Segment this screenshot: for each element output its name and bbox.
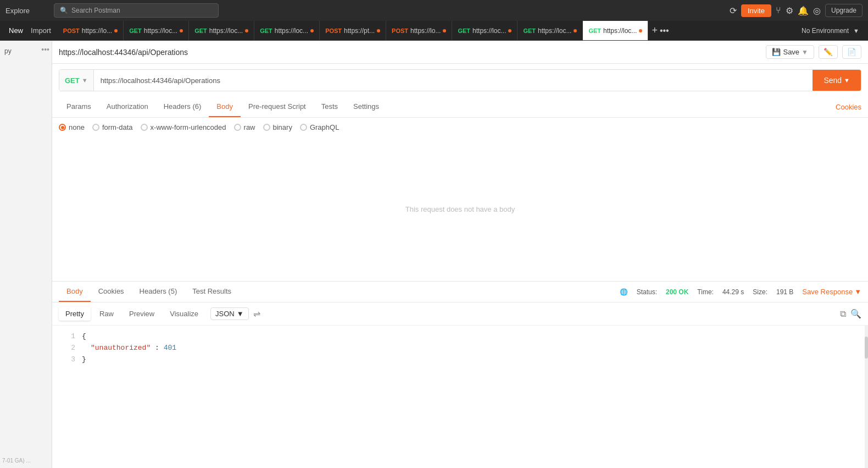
- send-button[interactable]: Send ▼: [813, 70, 861, 91]
- send-label: Send: [824, 76, 842, 85]
- tab-url-3: https://loc...: [275, 27, 308, 35]
- tab-method-4: POST: [325, 27, 342, 34]
- tab-5[interactable]: POST https://lo...: [386, 21, 452, 41]
- request-header: https://localhost:44346/api/Operations 💾…: [52, 41, 868, 64]
- tab-2[interactable]: GET https://loc...: [189, 21, 254, 41]
- method-select[interactable]: GET ▼: [59, 70, 94, 91]
- git-icon[interactable]: ⑂: [776, 5, 781, 15]
- tab-dot-6: [508, 29, 511, 32]
- response-scrollbar[interactable]: [865, 326, 868, 468]
- resp-tab-headers[interactable]: Headers (5): [132, 282, 185, 302]
- save-response-button[interactable]: Save Response ▼: [802, 288, 861, 296]
- option-form-data[interactable]: form-data: [92, 123, 133, 131]
- save-icon: 💾: [772, 48, 781, 56]
- method-label: GET: [65, 76, 80, 85]
- tab-4[interactable]: POST https://pt...: [320, 21, 386, 41]
- format-tab-visualize[interactable]: Visualize: [163, 307, 205, 321]
- bell-icon[interactable]: 🔔: [798, 5, 809, 16]
- tab-body[interactable]: Body: [209, 97, 241, 117]
- invite-button[interactable]: Invite: [741, 4, 771, 17]
- format-tab-pretty[interactable]: Pretty: [59, 307, 91, 321]
- tab-url-0: https://lo...: [82, 27, 112, 35]
- tab-dot-8: [639, 29, 642, 32]
- wrap-icon[interactable]: ⇌: [253, 309, 260, 319]
- tab-url-6: https://loc...: [472, 27, 506, 35]
- radio-graphql: [300, 124, 307, 131]
- tab-authorization[interactable]: Authorization: [99, 97, 156, 117]
- edit-button[interactable]: ✏️: [819, 45, 838, 59]
- tab-dot-4: [377, 29, 380, 32]
- resp-tab-cookies[interactable]: Cookies: [91, 282, 132, 302]
- tab-headers[interactable]: Headers (6): [156, 97, 209, 117]
- new-button[interactable]: New: [5, 24, 26, 37]
- tab-url-7: https://loc...: [538, 27, 571, 35]
- tab-method-0: POST: [63, 27, 80, 34]
- tab-8-active[interactable]: GET https://loc...: [583, 21, 648, 41]
- format-tab-raw[interactable]: Raw: [93, 307, 120, 321]
- tab-method-5: POST: [392, 27, 408, 34]
- tab-params[interactable]: Params: [59, 97, 99, 117]
- doc-button[interactable]: 📄: [842, 45, 861, 59]
- time-label: Time:: [697, 288, 714, 296]
- resp-status-area: 🌐 Status: 200 OK Time: 44.29 s Size: 191…: [620, 288, 861, 296]
- response-body-wrapper: 1 { 2 "unauthorized" : 401 3 }: [52, 326, 868, 468]
- tab-method-3: GET: [260, 27, 272, 34]
- radio-none: [59, 124, 66, 131]
- runner-icon[interactable]: ◎: [813, 5, 821, 16]
- cookies-link[interactable]: Cookies: [836, 103, 861, 111]
- option-none[interactable]: none: [59, 123, 85, 131]
- tab-0[interactable]: POST https://lo...: [58, 21, 124, 41]
- new-tab-button[interactable]: +: [652, 25, 658, 36]
- tab-1[interactable]: GET https://loc...: [124, 21, 189, 41]
- more-tabs-button[interactable]: •••: [660, 26, 669, 36]
- time-value: 44.29 s: [722, 288, 744, 296]
- response-pane: Body Cookies Headers (5) Test Results 🌐 …: [52, 281, 868, 468]
- resp-format-right: ⧉ 🔍: [840, 309, 861, 319]
- tab-tests[interactable]: Tests: [314, 97, 346, 117]
- url-bar: GET ▼ Send ▼: [59, 69, 861, 91]
- copy-button[interactable]: ⧉: [840, 309, 846, 319]
- sync-icon[interactable]: ⟳: [730, 5, 737, 16]
- response-tabs: Body Cookies Headers (5) Test Results 🌐 …: [52, 282, 868, 302]
- format-tab-preview[interactable]: Preview: [123, 307, 161, 321]
- json-format-select[interactable]: JSON ▼: [210, 307, 249, 320]
- status-value: 200 OK: [666, 288, 688, 296]
- sidebar-dots-icon[interactable]: •••: [41, 45, 49, 54]
- option-raw-label: raw: [244, 123, 255, 131]
- tab-3[interactable]: GET https://loc...: [254, 21, 320, 41]
- option-binary-label: binary: [273, 123, 292, 131]
- upgrade-button[interactable]: Upgrade: [825, 4, 863, 17]
- tab-dot-1: [180, 29, 183, 32]
- search-response-button[interactable]: 🔍: [850, 309, 861, 319]
- size-value: 191 B: [776, 288, 793, 296]
- scrollbar-thumb: [865, 337, 868, 359]
- tab-prerequest[interactable]: Pre-request Script: [241, 97, 314, 117]
- resp-tab-test-results[interactable]: Test Results: [185, 282, 239, 302]
- tab-6[interactable]: GET https://loc...: [452, 21, 518, 41]
- option-binary[interactable]: binary: [263, 123, 292, 131]
- tab-settings[interactable]: Settings: [346, 97, 387, 117]
- search-bar[interactable]: 🔍 Search Postman: [54, 3, 219, 18]
- settings-icon[interactable]: ⚙: [786, 5, 793, 16]
- response-format-bar: Pretty Raw Preview Visualize JSON ▼ ⇌ ⧉ …: [52, 302, 868, 326]
- environment-chevron[interactable]: ▼: [853, 27, 859, 34]
- json-key-unauthorized: "unauthorized" : 401: [91, 343, 176, 354]
- tab-dot-2: [245, 29, 248, 32]
- search-placeholder: Search Postman: [71, 7, 120, 14]
- option-raw[interactable]: raw: [234, 123, 255, 131]
- url-input[interactable]: [94, 70, 813, 91]
- save-response-chevron-icon: ▼: [854, 288, 861, 296]
- import-button[interactable]: Import: [27, 24, 54, 37]
- radio-urlencoded: [141, 124, 148, 131]
- tab-7[interactable]: GET https://loc...: [518, 21, 583, 41]
- new-import-area: New Import: [2, 24, 58, 37]
- save-button[interactable]: 💾 Save ▼: [766, 45, 814, 59]
- option-form-data-label: form-data: [102, 123, 133, 131]
- option-graphql[interactable]: GraphQL: [300, 123, 339, 131]
- tab-dot-0: [114, 29, 118, 32]
- tab-actions: + •••: [648, 25, 672, 36]
- tab-method-1: GET: [129, 27, 142, 34]
- option-urlencoded[interactable]: x-www-form-urlencoded: [141, 123, 226, 131]
- request-url-display: https://localhost:44346/api/Operations: [59, 48, 761, 57]
- resp-tab-body[interactable]: Body: [59, 282, 91, 302]
